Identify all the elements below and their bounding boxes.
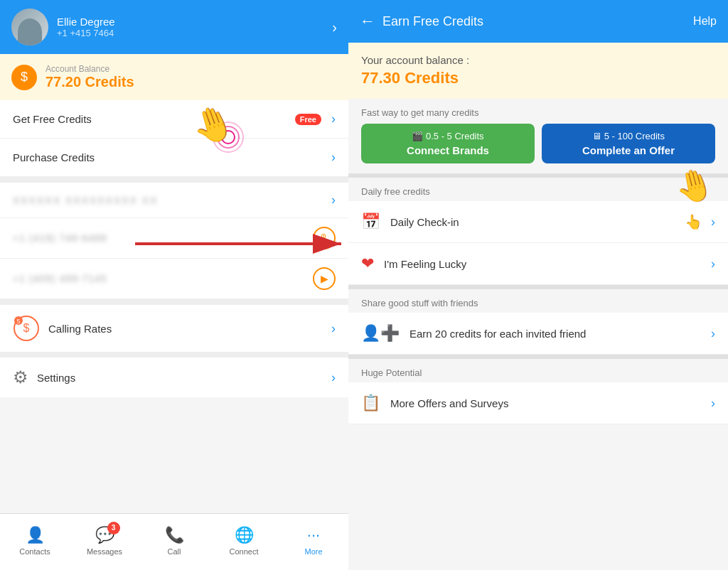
daily-checkin-chevron-icon: › — [711, 215, 715, 230]
right-header: ← Earn Free Credits Help — [348, 0, 728, 43]
get-free-credits-item[interactable]: Get Free Credits Free › — [0, 100, 348, 139]
touch-icon: 👆 — [685, 213, 702, 230]
nav-contacts[interactable]: 👤 Contacts — [0, 526, 70, 556]
play-icon[interactable]: ▶ — [313, 267, 336, 290]
free-badge: Free — [295, 114, 321, 125]
user-name: Ellie Degree — [57, 16, 115, 28]
calling-rates-label: Calling Rates — [48, 323, 112, 335]
balance-label: Account Balance — [46, 64, 134, 74]
blurred-contact[interactable]: XXXXXX XXXXXXXXX XX › — [0, 183, 348, 218]
nav-messages[interactable]: 💬 3 Messages — [70, 526, 139, 556]
left-header[interactable]: Ellie Degree +1 +415 7464 › — [0, 0, 348, 54]
contacts-label: Contacts — [19, 547, 50, 556]
right-panel: ← Earn Free Credits Help Your account ba… — [348, 0, 728, 570]
help-button[interactable]: Help — [693, 15, 717, 28]
right-balance-label: Your account balance : — [361, 54, 715, 66]
calling-rates-item[interactable]: $ 5 Calling Rates › — [0, 305, 348, 352]
more-label: More — [304, 547, 322, 556]
purchase-credits-label: Purchase Credits — [13, 151, 95, 163]
more-offers-label: More Offers and Surveys — [390, 397, 508, 409]
svg-text:5: 5 — [16, 318, 20, 325]
svg-text:$: $ — [23, 322, 30, 334]
phone-number-1: +1 (419) 746-6488 — [13, 232, 107, 244]
nav-connect[interactable]: 🌐 Connect — [209, 526, 279, 556]
blurred-chevron-icon: › — [331, 193, 336, 208]
messages-label: Messages — [87, 547, 122, 556]
fast-way-label: Fast way to get many credits — [348, 99, 728, 124]
gear-icon: ⚙ — [13, 367, 28, 387]
connect-brands-bottom: Connect Brands — [407, 144, 489, 156]
purchase-credits-chevron-icon: › — [331, 150, 336, 165]
phone-row-2[interactable]: +1 (409) 499-7145 ▶ — [0, 259, 348, 299]
add-person-icon: 👤➕ — [361, 324, 400, 343]
invite-friends-item[interactable]: 👤➕ Earn 20 credits for each invited frie… — [348, 313, 728, 355]
huge-section-label: Huge Potential — [348, 359, 728, 382]
share-section-label: Share good stuff with friends — [348, 289, 728, 313]
messages-icon: 💬 3 — [95, 526, 114, 544]
user-phone: +1 +415 7464 — [57, 28, 115, 38]
more-offers-chevron-icon: › — [711, 396, 715, 411]
settings-item[interactable]: ⚙ Settings › — [0, 357, 348, 397]
daily-checkin-item[interactable]: 📅 Daily Check-in 👆 › — [348, 201, 728, 243]
purchase-credits-item[interactable]: Purchase Credits › — [0, 139, 348, 177]
left-panel: Ellie Degree +1 +415 7464 › $ Account Ba… — [0, 0, 348, 570]
separator-1 — [0, 177, 348, 183]
header-chevron-icon: › — [332, 19, 337, 36]
messages-badge: 3 — [107, 522, 120, 534]
connect-icon: 🌐 — [235, 526, 254, 544]
phone-number-2: +1 (409) 499-7145 — [13, 273, 107, 284]
call-icon: 📞 — [165, 526, 184, 544]
invite-label: Earn 20 credits for each invited friend — [410, 328, 586, 340]
connect-brands-button[interactable]: 🎬 0.5 - 5 Credits Connect Brands — [361, 124, 535, 163]
free-credits-label: Get Free Credits — [13, 113, 92, 125]
complete-offer-button[interactable]: 🖥 5 - 100 Credits Complete an Offer — [542, 124, 715, 163]
free-credits-chevron-icon: › — [331, 112, 336, 127]
settings-chevron-icon: › — [331, 370, 336, 385]
back-arrow-icon[interactable]: ← — [360, 12, 375, 31]
connect-brands-top: 🎬 0.5 - 5 Credits — [412, 131, 483, 141]
blurred-contact-name: XXXXXX XXXXXXXXX XX — [13, 195, 159, 206]
survey-icon: 📋 — [361, 394, 380, 412]
more-offers-item[interactable]: 📋 More Offers and Surveys › — [348, 382, 728, 424]
right-balance-section: Your account balance : 77.30 Credits — [348, 43, 728, 99]
daily-checkin-label: Daily Check-in — [390, 216, 459, 228]
separator-3 — [0, 352, 348, 357]
heart-icon: ❤ — [361, 254, 374, 273]
settings-label: Settings — [37, 372, 75, 384]
call-label: Call — [168, 547, 181, 556]
calling-rates-chevron-icon: › — [331, 321, 336, 336]
feeling-lucky-item[interactable]: ❤ I'm Feeling Lucky › — [348, 243, 728, 285]
right-balance-amount: 77.30 Credits — [361, 69, 715, 87]
microphone-icon[interactable]: 🎙 — [313, 227, 336, 249]
balance-icon: $ — [11, 65, 37, 90]
balance-amount: 77.20 Credits — [46, 74, 134, 90]
phone-row-1[interactable]: +1 (419) 746-6488 🎙 — [0, 218, 348, 259]
balance-section: $ Account Balance 77.20 Credits — [0, 54, 348, 100]
nav-more[interactable]: ··· More — [279, 526, 348, 556]
feeling-lucky-chevron-icon: › — [711, 257, 715, 271]
feeling-lucky-label: I'm Feeling Lucky — [384, 258, 466, 270]
bottom-nav: 👤 Contacts 💬 3 Messages 📞 Call 🌐 Connect… — [0, 513, 348, 570]
separator-2 — [0, 299, 348, 305]
avatar — [11, 9, 48, 45]
connect-label: Connect — [230, 547, 259, 556]
complete-offer-bottom: Complete an Offer — [582, 144, 675, 156]
right-panel-title: Earn Free Credits — [382, 14, 483, 29]
complete-offer-top: 🖥 5 - 100 Credits — [592, 131, 665, 141]
contacts-icon: 👤 — [26, 526, 45, 544]
more-icon: ··· — [307, 526, 320, 544]
credits-buttons: 🎬 0.5 - 5 Credits Connect Brands 🖥 5 - 1… — [348, 124, 728, 173]
invite-chevron-icon: › — [711, 326, 715, 341]
nav-call[interactable]: 📞 Call — [139, 526, 209, 556]
daily-section-label: Daily free credits — [348, 178, 728, 201]
calendar-icon: 📅 — [361, 213, 380, 231]
calling-rates-icon: $ 5 — [13, 315, 40, 342]
